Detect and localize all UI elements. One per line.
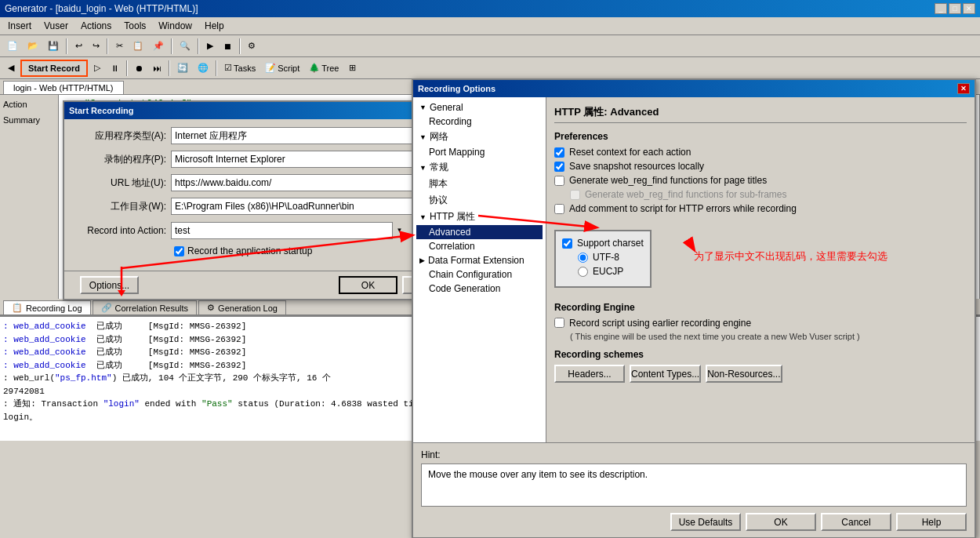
tree-icon: 🌲 [309,63,320,73]
sep8 [216,60,217,76]
new-action-label: New... [424,225,450,236]
rec-btn2[interactable]: ⏭ [149,60,165,77]
sep7 [169,60,170,76]
tab-correlation-results[interactable]: 🔗 Correlation Results [93,300,198,314]
redo-btn[interactable]: ↪ [88,38,103,55]
program-label: 录制的程序(P): [72,153,166,166]
options-btn[interactable]: Options... [80,276,139,294]
start-record-label: Start Record [28,64,80,73]
menu-help[interactable]: Help [200,19,229,33]
ok-label: OK [361,280,375,291]
tasks-btn[interactable]: ☑ Tasks [220,60,260,77]
new-action-btn[interactable]: New... [414,221,461,239]
menu-window[interactable]: Window [154,19,197,33]
start-rec-ok-btn[interactable]: OK [339,276,397,294]
cancel-label: Cancel [417,280,446,291]
workdir-dropdown[interactable]: E:\Program Files (x86)\HP\LoadRunner\bin [171,198,436,215]
sep4 [198,38,199,54]
new-btn[interactable]: 📄 [3,38,22,55]
generation-icon: ⚙ [207,303,215,313]
workdir-dropdown-wrapper: E:\Program Files (x86)\HP\LoadRunner\bin… [171,198,436,215]
start-recording-title: Start Recording ? ✕ [64,102,469,119]
more-btn[interactable]: ⚙ [244,38,260,55]
action-dropdown[interactable]: test [171,222,406,239]
sep2 [107,38,108,54]
tree-label: Tree [321,64,339,73]
workdir-row: 工作目录(W): E:\Program Files (x86)\HP\LoadR… [72,198,461,215]
toolbar-1: 📄 📂 💾 ↩ ↪ ✂ 📋 📌 🔍 ▶ ⏹ ⚙ [0,35,980,57]
rec-help-btn[interactable]: Help [896,513,967,531]
open-btn[interactable]: 📂 [24,38,42,55]
tab-recording-log[interactable]: 📋 Recording Log [3,300,91,314]
rec-ok-btn[interactable]: OK [746,513,816,531]
rec-btn1[interactable]: ⏺ [131,60,147,77]
log-1: : web_add_cookie 已成功 [MsgId: MMSG-26392] [3,320,977,333]
left-summary[interactable]: Summary [2,112,56,128]
start-recording-title-controls: ? ✕ [437,105,464,116]
start-rec-help-btn[interactable]: ? [437,105,450,116]
tree-btn[interactable]: 🌲 Tree [305,60,343,77]
options-label: Options... [89,280,129,291]
title-text: Generator - [baidu_login - Web (HTTP/HTM… [5,3,198,14]
script-tab-label: login - Web (HTTP/HTML) [13,83,114,93]
undo-btn[interactable]: ↩ [71,38,86,55]
url-dropdown[interactable]: https://www.baidu.com/ [171,174,461,191]
workdir-browse-btn[interactable]: ... [441,198,461,215]
generation-label: Generation Log [218,304,278,313]
paste-btn[interactable]: 📌 [149,38,168,55]
toolbar-2: ◀ Start Record ▷ ⏸ ⏺ ⏭ 🔄 🌐 ☑ Tasks 📝 Scr… [0,57,980,79]
title-bar: Generator - [baidu_login - Web (HTTP/HTM… [0,0,980,17]
start-rec-cancel-btn[interactable]: Cancel [402,276,461,294]
cut-btn[interactable]: ✂ [111,38,127,55]
run-btn[interactable]: ▶ [202,38,218,55]
startup-checkbox[interactable] [174,246,184,256]
use-defaults-btn[interactable]: Use Defaults [670,513,741,531]
menu-tools[interactable]: Tools [119,19,151,33]
menu-insert[interactable]: Insert [3,19,36,33]
back-btn[interactable]: ◀ [3,60,19,77]
sep6 [126,60,128,76]
startup-checkbox-row: Record the application startup [174,245,461,256]
url-label: URL 地址(U): [72,176,166,190]
app-type-dropdown[interactable]: Internet 应用程序 [171,127,461,144]
view-btn[interactable]: ⊞ [345,60,361,77]
app-type-row: 应用程序类型(A): Internet 应用程序 ▼ [72,127,461,144]
pause-btn[interactable]: ⏸ [107,60,123,77]
maximize-btn[interactable]: □ [949,3,961,14]
app-type-label: 应用程序类型(A): [72,129,166,143]
save-btn[interactable]: 💾 [44,38,63,55]
menu-bar: Insert Vuser Actions Tools Window Help [0,17,980,35]
start-recording-dialog: Start Recording ? ✕ 应用程序类型(A): Internet … [63,100,470,300]
hint-text: Move the mouse over any item to see its … [428,469,648,480]
script-btn[interactable]: 📝 Script [261,60,303,77]
copy-btn[interactable]: 📋 [129,38,147,55]
main-window: Generator - [baidu_login - Web (HTTP/HTM… [0,0,980,538]
script-tab-login[interactable]: login - Web (HTTP/HTML) [3,81,124,94]
left-panel: Action Summary [0,95,59,299]
menu-actions[interactable]: Actions [76,19,116,33]
find-btn[interactable]: 🔍 [176,38,194,55]
tab-generation-log[interactable]: ⚙ Generation Log [198,300,286,314]
program-dropdown[interactable]: Microsoft Internet Explorer [171,151,436,168]
startup-label: Record the application startup [187,245,312,256]
left-action[interactable]: Action [2,96,56,112]
rec-cancel-btn[interactable]: Cancel [821,513,891,531]
start-rec-close-btn[interactable]: ✕ [452,105,464,116]
menu-vuser[interactable]: Vuser [39,19,73,33]
web-btn[interactable]: 🌐 [194,60,212,77]
recording-log-label: Recording Log [26,304,82,313]
tasks-icon: ☑ [224,63,232,73]
action-label: Record into Action: [72,225,166,236]
minimize-btn[interactable]: _ [935,3,947,14]
program-dropdown-wrapper: Microsoft Internet Explorer ▼ [171,151,436,168]
bottom-tabs: 📋 Recording Log 🔗 Correlation Results ⚙ … [0,299,980,315]
program-browse-btn[interactable]: ... [441,151,461,168]
script-icon: 📝 [265,63,276,73]
stop-btn[interactable]: ⏹ [220,38,236,55]
url-row: URL 地址(U): https://www.baidu.com/ ▼ [72,174,461,191]
close-btn[interactable]: ✕ [963,3,975,14]
start-record-btn[interactable]: Start Record [20,60,88,77]
refresh-btn[interactable]: 🔄 [173,60,192,77]
play-btn[interactable]: ▷ [89,60,105,77]
log-2: : web_add_cookie 已成功 [MsgId: MMSG-26392] [3,333,977,347]
